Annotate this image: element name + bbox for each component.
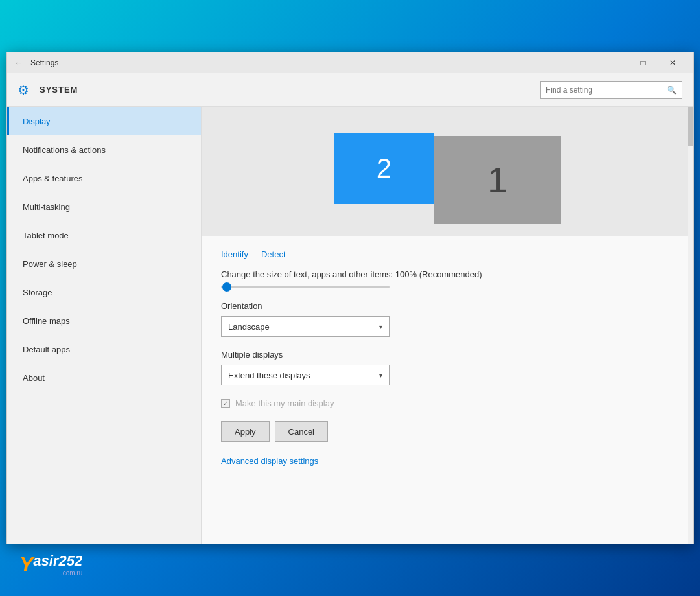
main-display-checkbox[interactable]: ✓ xyxy=(221,399,230,408)
multiple-displays-label: Multiple displays xyxy=(221,350,673,360)
identify-detect-row: Identify Detect xyxy=(221,249,673,259)
settings-content: Identify Detect Change the size of text,… xyxy=(202,236,693,477)
settings-window: ← Settings ─ □ ✕ ⚙ SYSTEM 🔍 Display Noti… xyxy=(6,52,694,544)
minimize-button[interactable]: ─ xyxy=(598,52,628,73)
watermark: Y asir252 .com.ru xyxy=(19,553,82,577)
watermark-text: asir252 xyxy=(33,553,82,569)
detect-button[interactable]: Detect xyxy=(261,249,286,259)
system-title: SYSTEM xyxy=(40,85,540,95)
title-bar: ← Settings ─ □ ✕ xyxy=(7,52,693,73)
scale-slider-track[interactable] xyxy=(221,286,390,288)
sidebar-item-maps[interactable]: Offline maps xyxy=(7,306,201,335)
watermark-y: Y xyxy=(19,553,33,577)
sidebar-item-storage[interactable]: Storage xyxy=(7,278,201,306)
right-content: 2 1 Identify Detect Change the size of t… xyxy=(202,107,693,544)
search-input[interactable] xyxy=(546,86,667,95)
multiple-displays-value: Extend these displays xyxy=(228,371,310,380)
monitor-2[interactable]: 2 xyxy=(334,133,434,204)
sidebar-item-tablet[interactable]: Tablet mode xyxy=(7,221,201,249)
watermark-sub: .com.ru xyxy=(33,569,82,577)
orientation-value: Landscape xyxy=(228,322,270,332)
display-preview-area: 2 1 xyxy=(202,107,693,236)
main-display-checkbox-row: ✓ Make this my main display xyxy=(221,398,673,408)
multiple-displays-chevron-icon: ▾ xyxy=(379,372,382,379)
scrollbar[interactable] xyxy=(688,107,693,544)
close-button[interactable]: ✕ xyxy=(658,52,688,73)
system-icon: ⚙ xyxy=(18,82,33,98)
orientation-label: Orientation xyxy=(221,301,673,311)
scale-slider-thumb[interactable] xyxy=(222,282,231,292)
advanced-display-settings-link[interactable]: Advanced display settings xyxy=(221,456,318,466)
scrollbar-thumb[interactable] xyxy=(688,107,693,146)
scale-setting: Change the size of text, apps and other … xyxy=(221,269,673,288)
sidebar-item-display[interactable]: Display xyxy=(7,107,201,135)
search-icon: 🔍 xyxy=(667,86,677,95)
monitor-1[interactable]: 1 xyxy=(434,136,561,224)
main-content: Display Notifications & actions Apps & f… xyxy=(7,107,693,544)
sidebar-item-about[interactable]: About xyxy=(7,363,201,392)
header-bar: ⚙ SYSTEM 🔍 xyxy=(7,73,693,107)
search-box[interactable]: 🔍 xyxy=(540,81,682,99)
cancel-button[interactable]: Cancel xyxy=(275,421,328,442)
sidebar: Display Notifications & actions Apps & f… xyxy=(7,107,202,544)
identify-button[interactable]: Identify xyxy=(221,249,248,259)
back-button[interactable]: ← xyxy=(12,56,25,69)
scale-label: Change the size of text, apps and other … xyxy=(221,269,673,279)
apply-button[interactable]: Apply xyxy=(221,421,270,442)
sidebar-item-notifications[interactable]: Notifications & actions xyxy=(7,135,201,164)
window-controls: ─ □ ✕ xyxy=(598,52,688,73)
apply-cancel-row: Apply Cancel xyxy=(221,421,673,442)
orientation-select[interactable]: Landscape ▾ xyxy=(221,316,390,337)
multiple-displays-select[interactable]: Extend these displays ▾ xyxy=(221,365,390,385)
main-display-label: Make this my main display xyxy=(235,398,334,408)
sidebar-item-apps[interactable]: Apps & features xyxy=(7,164,201,192)
sidebar-item-default-apps[interactable]: Default apps xyxy=(7,335,201,363)
window-title: Settings xyxy=(30,58,598,67)
maximize-button[interactable]: □ xyxy=(628,52,658,73)
orientation-chevron-icon: ▾ xyxy=(379,323,382,330)
sidebar-item-power[interactable]: Power & sleep xyxy=(7,249,201,278)
sidebar-item-multitasking[interactable]: Multi-tasking xyxy=(7,192,201,221)
